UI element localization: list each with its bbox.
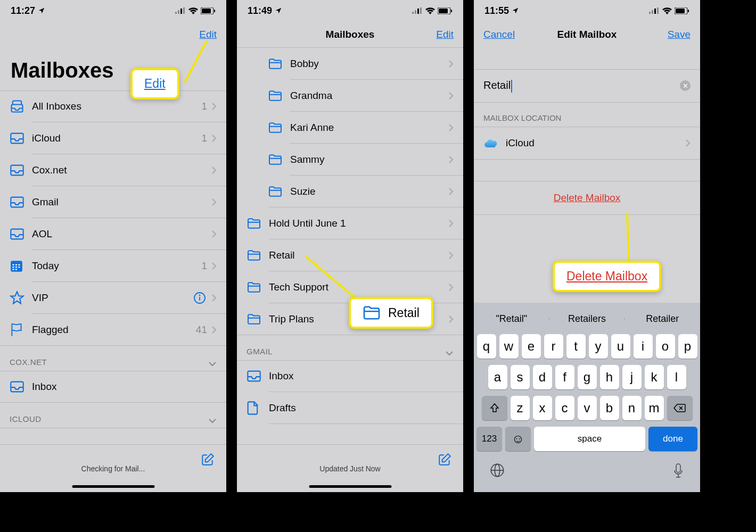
section-label: MAILBOX LOCATION [474,103,700,127]
delete-mailbox-button[interactable]: Delete Mailbox [554,192,621,203]
key-w[interactable]: w [499,334,519,359]
space-key[interactable]: space [534,427,645,451]
key-x[interactable]: x [533,396,552,420]
key-l[interactable]: l [667,365,686,389]
mailbox-row-cox[interactable]: Cox.net [0,154,226,186]
key-v[interactable]: v [578,396,597,420]
location-icon [275,7,282,14]
folder-row[interactable]: Bobby [237,48,463,80]
folder-row[interactable]: Hold Until June 1 [237,207,463,239]
key-j[interactable]: j [622,365,642,389]
save-button[interactable]: Save [668,29,691,40]
edit-button[interactable]: Edit [199,29,217,40]
section-header-icloud[interactable]: ICLOUD [0,403,226,428]
location-row[interactable]: iCloud [474,127,700,159]
delete-mailbox-row: Delete Mailbox [474,181,700,214]
mailbox-row-vip[interactable]: VIP [0,282,226,314]
row-label: Today [32,260,201,272]
backspace-key[interactable] [667,396,693,420]
compose-icon[interactable] [438,453,451,467]
row-count: 1 [201,260,207,272]
row-label: Tech Support [269,281,448,293]
key-d[interactable]: d [533,365,552,389]
folder-row[interactable]: Sammy [237,144,463,176]
mailbox-row-gmail-drafts[interactable]: Drafts [237,392,463,424]
location-icon [38,7,45,14]
cancel-button[interactable]: Cancel [483,29,515,40]
done-key[interactable]: done [648,427,697,451]
compose-icon[interactable] [201,453,215,467]
mailbox-row-all-inboxes[interactable]: All Inboxes 1 [0,90,226,122]
status-time: 11:55 [484,5,509,16]
key-o[interactable]: o [656,334,675,359]
battery-icon [675,7,689,14]
key-u[interactable]: u [611,334,630,359]
folder-row[interactable]: Grandma [237,80,463,112]
chevron-right-icon [211,294,217,302]
key-t[interactable]: t [566,334,586,359]
clear-text-icon[interactable]: ✕ [680,80,691,91]
key-r[interactable]: r [544,334,563,359]
section-header-cox[interactable]: COX.NET [0,346,226,371]
mailbox-row-gmail-inbox[interactable]: Inbox [237,360,463,392]
mailbox-row-flagged[interactable]: Flagged 41 [0,314,226,346]
globe-icon[interactable] [490,463,505,478]
key-p[interactable]: p [678,334,697,359]
folder-icon [268,122,283,134]
folder-row-retail[interactable]: Retail [237,239,463,271]
calendar-icon [10,259,23,273]
key-y[interactable]: y [589,334,608,359]
suggestion[interactable]: Retailers [549,313,625,325]
folder-list: Bobby Grandma Kari Anne Sammy Suzie [237,48,463,424]
key-i[interactable]: i [634,334,653,359]
chevron-right-icon [211,230,217,238]
emoji-key[interactable]: ☺ [505,427,531,451]
key-n[interactable]: n [622,396,642,420]
suggestion[interactable]: "Retail" [474,313,549,325]
phone-screen-2: 11:49 Mailboxes Edit Bobby Grandma [237,0,463,492]
mailbox-row-icloud[interactable]: iCloud 1 [0,122,226,154]
key-c[interactable]: c [555,396,574,420]
numbers-key[interactable]: 123 [476,427,502,451]
mailbox-name-input[interactable]: Retail [483,79,680,93]
mailbox-row-gmail[interactable]: Gmail [0,186,226,218]
folder-row[interactable]: Kari Anne [237,112,463,144]
key-a[interactable]: a [488,365,507,389]
key-q[interactable]: q [477,334,496,359]
shift-key[interactable] [482,396,507,420]
mailbox-row-today[interactable]: Today 1 [0,250,226,282]
key-z[interactable]: z [511,396,530,420]
mailbox-row-cox-inbox[interactable]: Inbox [0,371,226,403]
tray-icon [10,164,24,177]
section-label: GMAIL [246,347,273,356]
key-b[interactable]: b [600,396,619,420]
svg-rect-24 [11,382,23,392]
key-e[interactable]: e [522,334,541,359]
signal-icon [175,7,186,14]
mailbox-row-aol[interactable]: AOL [0,218,226,250]
svg-rect-19 [12,269,14,270]
svg-rect-1 [178,10,179,14]
key-m[interactable]: m [645,396,664,420]
key-h[interactable]: h [600,365,619,389]
cloud-icon [483,138,498,148]
edit-button[interactable]: Edit [436,29,454,40]
chevron-right-icon [211,134,217,143]
mic-icon[interactable] [672,463,684,479]
key-row: a s d f g h j k l [474,362,700,393]
chevron-right-icon [211,102,217,111]
section-header-gmail[interactable]: GMAIL [237,335,463,360]
key-g[interactable]: g [578,365,597,389]
suggestion[interactable]: Retailer [624,313,700,325]
svg-rect-16 [12,267,14,268]
row-label: Inbox [32,381,217,393]
key-k[interactable]: k [645,365,664,389]
backspace-icon [673,403,686,413]
key-f[interactable]: f [555,365,574,389]
folder-row[interactable]: Suzie [237,176,463,207]
svg-rect-6 [214,10,215,12]
section-label: COX.NET [10,358,47,367]
info-icon[interactable] [193,292,206,304]
key-s[interactable]: s [511,365,530,389]
nav-title: Edit Mailbox [557,29,617,40]
